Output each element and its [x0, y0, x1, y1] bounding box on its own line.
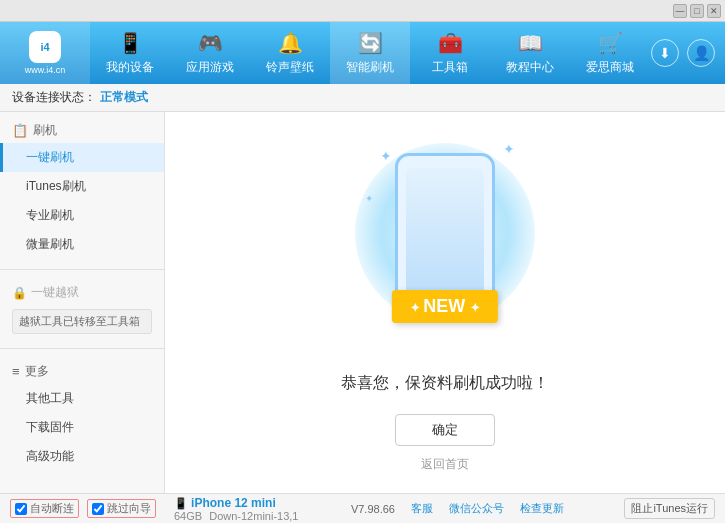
flash-section-icon: 📋	[12, 123, 28, 138]
toolbox-icon: 🧰	[438, 31, 463, 55]
sidebar-section-title-flash: 📋 刷机	[0, 118, 164, 143]
sparkle-3: ✦	[365, 193, 373, 204]
confirm-button-label: 确定	[432, 421, 458, 439]
nav-my-device[interactable]: 📱 我的设备	[90, 22, 170, 84]
bottom-right: V7.98.66 客服 微信公众号 检查更新	[351, 501, 564, 516]
content-area: ✦ ✦ ✦ NEW 恭喜您，保资料刷机成功啦！ 确定 返回首页	[165, 112, 725, 493]
my-device-icon: 📱	[118, 31, 143, 55]
auto-close-checkbox-container[interactable]: 自动断连	[10, 499, 79, 518]
sidebar-locked-jailbreak: 🔒 一键越狱	[0, 280, 164, 305]
sparkle-2: ✦	[503, 141, 515, 157]
download-firmware-label: 下载固件	[26, 420, 74, 434]
flash-section-label: 刷机	[33, 122, 57, 139]
nav-ringtone[interactable]: 🔔 铃声壁纸	[250, 22, 330, 84]
success-text: 恭喜您，保资料刷机成功啦！	[341, 373, 549, 394]
skip-wizard-label: 跳过向导	[107, 501, 151, 516]
skip-wizard-checkbox-container[interactable]: 跳过向导	[87, 499, 156, 518]
logo-website: www.i4.cn	[25, 65, 66, 75]
nav-smart-flash-label: 智能刷机	[346, 59, 394, 76]
nav-tutorial[interactable]: 📖 教程中心	[490, 22, 570, 84]
nav-shop-label: 爱思商城	[586, 59, 634, 76]
itunes-flash-label: iTunes刷机	[26, 179, 86, 193]
new-badge-text: NEW	[423, 296, 465, 316]
ringtone-icon: 🔔	[278, 31, 303, 55]
device-firmware: Down-12mini-13,1	[209, 510, 298, 522]
status-bar: 设备连接状态： 正常模式	[0, 84, 725, 112]
sidebar-item-download-firmware[interactable]: 下载固件	[0, 413, 164, 442]
sidebar: 📋 刷机 一键刷机 iTunes刷机 专业刷机 微量刷机 🔒 一键越狱	[0, 112, 165, 493]
more-section-label: 更多	[25, 363, 49, 380]
sidebar-item-itunes-flash[interactable]: iTunes刷机	[0, 172, 164, 201]
stop-itunes-container: 阻止iTunes运行	[616, 498, 715, 519]
sidebar-section-more: ≡ 更多 其他工具 下载固件 高级功能	[0, 353, 164, 477]
sidebar-item-pro-flash[interactable]: 专业刷机	[0, 201, 164, 230]
tutorial-icon: 📖	[518, 31, 543, 55]
sidebar-divider-2	[0, 348, 164, 349]
bottom-left: 自动断连 跳过向导 📱 iPhone 12 mini 64GB Down-12m…	[10, 496, 298, 522]
new-badge: NEW	[392, 290, 498, 323]
logo[interactable]: i4 www.i4.cn	[0, 22, 90, 84]
nav-shop[interactable]: 🛒 爱思商城	[570, 22, 650, 84]
logo-icon: i4	[29, 31, 61, 63]
version-label: V7.98.66	[351, 503, 395, 515]
auto-close-label: 自动断连	[30, 501, 74, 516]
jailbreak-label: 一键越狱	[31, 284, 79, 301]
account-button[interactable]: 👤	[687, 39, 715, 67]
main-layout: 📋 刷机 一键刷机 iTunes刷机 专业刷机 微量刷机 🔒 一键越狱	[0, 112, 725, 493]
status-label: 设备连接状态：	[12, 89, 96, 106]
sidebar-item-other-tools[interactable]: 其他工具	[0, 384, 164, 413]
other-tools-label: 其他工具	[26, 391, 74, 405]
auto-close-checkbox[interactable]	[15, 503, 27, 515]
status-value: 正常模式	[100, 89, 148, 106]
nav-app-games-label: 应用游戏	[186, 59, 234, 76]
bottom-bar: 自动断连 跳过向导 📱 iPhone 12 mini 64GB Down-12m…	[0, 493, 725, 523]
nav-my-device-label: 我的设备	[106, 59, 154, 76]
phone-screen	[406, 168, 484, 298]
nav-ringtone-label: 铃声壁纸	[266, 59, 314, 76]
stop-itunes-button[interactable]: 阻止iTunes运行	[624, 498, 715, 519]
minimize-button[interactable]: —	[673, 4, 687, 18]
close-button[interactable]: ✕	[707, 4, 721, 18]
sidebar-section-flash: 📋 刷机 一键刷机 iTunes刷机 专业刷机 微量刷机	[0, 112, 164, 265]
jailbreak-notice: 越狱工具已转移至工具箱	[12, 309, 152, 334]
app-games-icon: 🎮	[198, 31, 223, 55]
one-key-flash-label: 一键刷机	[26, 150, 74, 164]
header: i4 www.i4.cn 📱 我的设备 🎮 应用游戏 🔔 铃声壁纸 🔄 智能刷机…	[0, 22, 725, 84]
nav-app-games[interactable]: 🎮 应用游戏	[170, 22, 250, 84]
advanced-label: 高级功能	[26, 449, 74, 463]
nav-items: 📱 我的设备 🎮 应用游戏 🔔 铃声壁纸 🔄 智能刷机 🧰 工具箱 📖 教程中心…	[90, 22, 651, 84]
sparkle-1: ✦	[380, 148, 392, 164]
check-update-link[interactable]: 检查更新	[520, 501, 564, 516]
sidebar-divider-1	[0, 269, 164, 270]
again-link[interactable]: 返回首页	[421, 456, 469, 473]
jailbreak-notice-text: 越狱工具已转移至工具箱	[19, 315, 140, 327]
download-button[interactable]: ⬇	[651, 39, 679, 67]
device-info: 📱 iPhone 12 mini 64GB Down-12mini-13,1	[174, 496, 298, 522]
nav-right: ⬇ 👤	[651, 39, 725, 67]
nav-toolbox[interactable]: 🧰 工具箱	[410, 22, 490, 84]
micro-flash-label: 微量刷机	[26, 237, 74, 251]
title-bar: — □ ✕	[0, 0, 725, 22]
sidebar-item-advanced[interactable]: 高级功能	[0, 442, 164, 471]
smart-flash-icon: 🔄	[358, 31, 383, 55]
lock-icon: 🔒	[12, 286, 27, 300]
stop-itunes-label: 阻止iTunes运行	[631, 502, 708, 514]
maximize-button[interactable]: □	[690, 4, 704, 18]
skip-wizard-checkbox[interactable]	[92, 503, 104, 515]
nav-toolbox-label: 工具箱	[432, 59, 468, 76]
device-storage: 64GB	[174, 510, 202, 522]
nav-smart-flash[interactable]: 🔄 智能刷机	[330, 22, 410, 84]
sidebar-item-one-key-flash[interactable]: 一键刷机	[0, 143, 164, 172]
shop-icon: 🛒	[598, 31, 623, 55]
pro-flash-label: 专业刷机	[26, 208, 74, 222]
customer-service-link[interactable]: 客服	[411, 501, 433, 516]
confirm-button[interactable]: 确定	[395, 414, 495, 446]
device-icon: 📱	[174, 497, 188, 509]
more-section-icon: ≡	[12, 364, 20, 379]
sidebar-section-jailbreak: 🔒 一键越狱 越狱工具已转移至工具箱	[0, 274, 164, 344]
nav-tutorial-label: 教程中心	[506, 59, 554, 76]
sidebar-item-micro-flash[interactable]: 微量刷机	[0, 230, 164, 259]
device-name: iPhone 12 mini	[191, 496, 276, 510]
success-illustration: ✦ ✦ ✦ NEW	[345, 133, 545, 353]
wechat-link[interactable]: 微信公众号	[449, 501, 504, 516]
